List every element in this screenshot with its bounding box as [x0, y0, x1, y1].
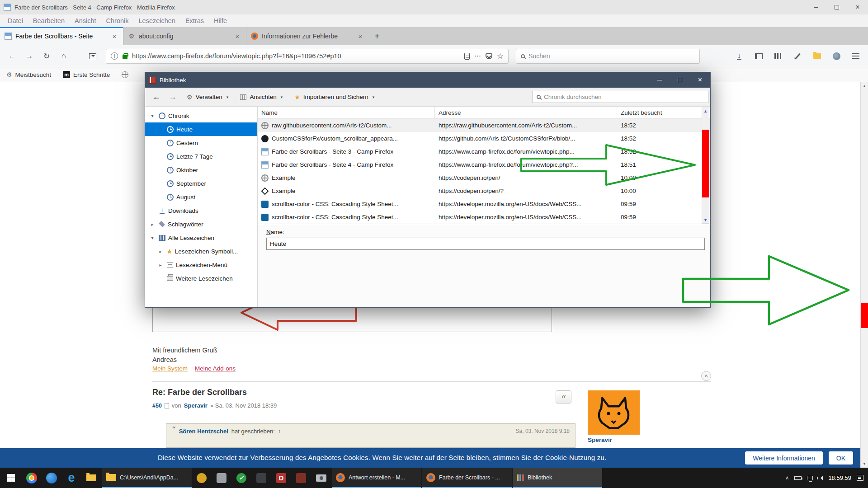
reload-button[interactable]: ↻ [39, 48, 54, 64]
gray-app-icon[interactable] [212, 468, 231, 488]
scroll-up-icon[interactable]: ▲ [702, 109, 709, 113]
start-button[interactable] [0, 468, 22, 488]
cookie-ok-button[interactable]: OK [829, 451, 853, 465]
edge-icon[interactable]: e [61, 468, 81, 488]
column-zuletzt-besucht[interactable]: Zuletzt besucht [617, 107, 710, 118]
maroon-app-icon[interactable] [291, 468, 311, 488]
extension-icon[interactable] [829, 48, 844, 64]
volume-icon[interactable] [818, 476, 823, 480]
keepass-icon[interactable] [192, 468, 212, 488]
menu-lesezeichen[interactable]: Lesezeichen [134, 17, 180, 24]
menu-datei[interactable]: Datei [3, 17, 28, 24]
name-input[interactable] [266, 238, 705, 250]
menu-ansicht[interactable]: Ansicht [70, 17, 101, 24]
sidebar-item-schlagwoerter[interactable]: ▸ Schlagwörter [145, 217, 257, 231]
history-row[interactable]: scrollbar-color - CSS: Cascading Style S… [258, 197, 710, 211]
window-button-bibliothek[interactable]: Bibliothek [513, 468, 602, 488]
tray-chevron-icon[interactable]: ∧ [785, 475, 789, 481]
scrollbar-up-icon[interactable]: ▲ [861, 84, 868, 88]
notes-pencil-icon[interactable] [790, 48, 805, 64]
sidebar-item-lesezeichen-menue[interactable]: ▸ Lesezeichen-Menü [145, 258, 257, 272]
page-scrollbar[interactable]: ▲ ▼ [860, 82, 868, 468]
page-actions-icon[interactable]: ⋯ [474, 52, 481, 60]
page-info-icon[interactable]: i [111, 52, 118, 60]
explorer-window-button[interactable]: C:\Users\Andi\AppDa... [102, 468, 192, 488]
column-adresse[interactable]: Adresse [435, 107, 617, 118]
history-row[interactable]: raw.githubusercontent.com/Aris-t2/Custom… [258, 119, 710, 132]
sidebar-item-chronik[interactable]: ▾ Chronik [145, 109, 257, 122]
close-button[interactable]: × [847, 0, 868, 14]
tab-close-icon[interactable]: × [356, 33, 364, 40]
battery-icon[interactable] [794, 476, 802, 480]
reader-mode-icon[interactable] [464, 53, 470, 60]
sidebar-item-weitere-lesezeichen[interactable]: Weitere Lesezeichen [145, 272, 257, 285]
d-app-icon[interactable]: D [271, 468, 291, 488]
sidebar-item-alle-lesezeichen[interactable]: ▾ Alle Lesezeichen [145, 231, 257, 244]
minimize-button[interactable] [806, 0, 826, 14]
sidebar-item-letzte-7-tage[interactable]: Letzte 7 Tage [145, 150, 257, 163]
library-minimize-button[interactable] [649, 72, 670, 88]
sidebar-item-august[interactable]: August [145, 190, 257, 204]
maximize-button[interactable] [826, 0, 847, 14]
url-bar[interactable]: i https://www.camp-firefox.de/forum/view… [106, 49, 509, 64]
tab-close-icon[interactable]: × [233, 33, 241, 40]
expander-icon[interactable]: ▾ [149, 235, 156, 240]
quote-author-link[interactable]: Sören Hentzschel [179, 428, 228, 435]
messaging-app-icon[interactable] [42, 468, 61, 488]
library-back-button[interactable]: ← [151, 92, 162, 102]
views-menu-button[interactable]: Ansichten ▾ [236, 91, 286, 103]
post-number-link[interactable]: #50 [152, 403, 162, 409]
sidebar-item-downloads[interactable]: ↓ Downloads [145, 204, 257, 217]
library-scrollbar-red-thumb[interactable] [702, 130, 709, 197]
downloads-icon[interactable]: ↓ [731, 48, 747, 64]
page-scrollbar-red-thumb[interactable] [861, 303, 868, 328]
explorer-folder-icon[interactable] [81, 468, 101, 488]
taskbar-clock[interactable]: 18:59:59 [828, 474, 851, 481]
pocket-icon[interactable] [486, 53, 492, 59]
library-search-input[interactable] [544, 94, 704, 100]
search-bar[interactable] [516, 49, 700, 64]
scrollbar-down-icon[interactable]: ▼ [861, 462, 868, 466]
sidebar-item-oktober[interactable]: Oktober [145, 163, 257, 177]
library-forward-button[interactable]: → [167, 92, 179, 102]
expander-icon[interactable]: ▸ [149, 222, 156, 227]
tab-close-icon[interactable]: × [110, 33, 118, 40]
sidebar-item-heute[interactable]: Heute [145, 122, 257, 136]
sidebars-icon[interactable] [751, 48, 766, 64]
menu-chronik[interactable]: Chronik [101, 17, 134, 24]
organize-menu-button[interactable]: ⚙ Verwalten ▾ [183, 91, 232, 103]
history-row[interactable]: scrollbar-color - CSS: Cascading Style S… [258, 211, 710, 224]
antivirus-check-icon[interactable]: ✓ [231, 468, 251, 488]
new-tab-button[interactable]: + [369, 27, 385, 45]
expander-icon[interactable]: ▸ [157, 249, 164, 254]
camera-app-icon[interactable] [311, 468, 331, 488]
cookie-info-button[interactable]: Weitere Informationen [745, 451, 822, 465]
window-button-farbe-der-scrollbars[interactable]: Farbe der Scrollbars - ... [422, 468, 512, 488]
dark-app-icon[interactable] [251, 468, 271, 488]
quote-post-button[interactable]: “ [556, 390, 571, 404]
search-input[interactable] [528, 52, 695, 60]
library-tray-icon[interactable] [85, 48, 100, 64]
library-scrollbar[interactable]: ▲ ▼ [702, 108, 709, 224]
menu-bearbeiten[interactable]: Bearbeiten [28, 17, 70, 24]
scroll-down-icon[interactable]: ▼ [702, 218, 709, 222]
browser-app-icon[interactable] [22, 468, 42, 488]
tab-about-config[interactable]: ⚙ about:config × [123, 27, 246, 45]
window-button-antwort-erstellen[interactable]: Antwort erstellen - M... [332, 468, 421, 488]
quote-jump-icon[interactable]: ↑ [278, 428, 281, 434]
back-button[interactable]: ← [5, 48, 20, 64]
action-center-icon[interactable] [857, 475, 863, 481]
library-icon[interactable] [770, 48, 786, 64]
library-search-box[interactable] [533, 91, 708, 103]
bookmark-erste-schritte[interactable]: m Erste Schritte [63, 71, 110, 78]
link-mein-system[interactable]: Mein System [152, 365, 188, 372]
tab-farbe-der-scrollbars[interactable]: Farbe der Scrollbars - Seite × [0, 27, 123, 45]
sidebar-item-september[interactable]: September [145, 177, 257, 190]
home-button[interactable]: ⌂ [56, 48, 71, 64]
library-close-button[interactable]: × [690, 72, 710, 88]
avatar[interactable] [588, 390, 640, 435]
post-author-link[interactable]: Speravir [184, 402, 208, 409]
menu-extras[interactable]: Extras [180, 17, 209, 24]
bookmark-meistbesucht[interactable]: ⚙ Meistbesucht [6, 71, 51, 78]
folder-icon[interactable] [809, 48, 825, 64]
